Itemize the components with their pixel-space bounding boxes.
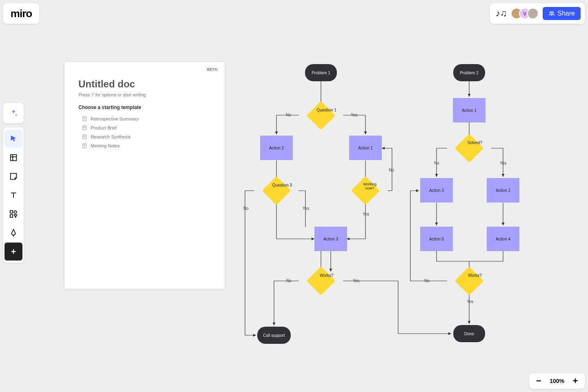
edge-label-no: No bbox=[286, 113, 291, 117]
node-workingnow[interactable]: Working now? bbox=[351, 176, 380, 205]
zoom-in-button[interactable]: + bbox=[570, 376, 581, 386]
node-label: Call support bbox=[263, 333, 285, 338]
node-label: Problem 1 bbox=[312, 71, 330, 75]
node-action3[interactable]: Action 3 bbox=[314, 227, 347, 251]
node-label: Action 1 bbox=[358, 146, 373, 150]
zoom-value[interactable]: 100% bbox=[550, 378, 564, 384]
node-action1[interactable]: Action 1 bbox=[349, 136, 382, 160]
node-label: Action 3 bbox=[429, 188, 444, 193]
node-works2[interactable]: Works? bbox=[455, 267, 483, 295]
zoom-out-button[interactable]: − bbox=[533, 376, 544, 386]
node-label: Action 1 bbox=[462, 108, 477, 113]
edge-label-no: No bbox=[243, 206, 249, 211]
node-callsupport[interactable]: Call support bbox=[257, 327, 291, 344]
node-solved[interactable]: Solved? bbox=[455, 134, 483, 163]
node-label: Works? bbox=[465, 273, 485, 278]
edge-label-yes: Yes bbox=[351, 113, 357, 117]
edge-label-no: No bbox=[434, 161, 439, 165]
node-label: Question 3 bbox=[272, 183, 292, 187]
node-problem2[interactable]: Problem 2 bbox=[453, 64, 485, 81]
node-works[interactable]: Works? bbox=[307, 267, 335, 295]
node-action4[interactable]: Action 4 bbox=[487, 227, 519, 251]
node-label: Done bbox=[464, 332, 474, 336]
edge-label-no: No bbox=[286, 278, 292, 283]
node-label: Action 2 bbox=[269, 146, 284, 150]
edge-label-yes: Yes bbox=[363, 212, 369, 216]
node-action2[interactable]: Action 2 bbox=[260, 136, 293, 160]
node-label: Working now? bbox=[360, 182, 380, 190]
node-action1b[interactable]: Action 1 bbox=[453, 98, 486, 122]
zoom-control: − 100% + bbox=[529, 373, 585, 389]
edge-label-yes: Yes bbox=[353, 278, 359, 283]
edge-label-yes: Yes bbox=[500, 161, 506, 165]
edge-label-yes: Yes bbox=[303, 206, 309, 211]
node-action2b[interactable]: Action 2 bbox=[487, 178, 519, 203]
node-action3b[interactable]: Action 3 bbox=[420, 178, 453, 203]
node-label: Action 6 bbox=[429, 237, 444, 241]
node-label: Action 4 bbox=[496, 237, 510, 241]
node-question1[interactable]: Question 1 bbox=[307, 101, 335, 130]
edge-label-yes: Yes bbox=[467, 299, 473, 304]
node-question3[interactable]: Question 3 bbox=[262, 176, 291, 205]
node-label: Action 3 bbox=[323, 237, 338, 241]
node-action6[interactable]: Action 6 bbox=[420, 227, 453, 251]
node-problem1[interactable]: Problem 1 bbox=[305, 64, 337, 81]
canvas[interactable]: Problem 1 Question 1 Action 2 Action 1 Q… bbox=[0, 0, 588, 392]
node-label: Works? bbox=[316, 273, 337, 278]
node-label: Action 2 bbox=[496, 188, 510, 193]
node-label: Question 1 bbox=[316, 108, 337, 112]
edge-label-no: No bbox=[389, 168, 394, 172]
node-label: Solved? bbox=[465, 140, 485, 145]
edge-label-no: No bbox=[424, 278, 430, 283]
node-label: Problem 2 bbox=[460, 71, 479, 75]
node-done[interactable]: Done bbox=[453, 325, 485, 342]
